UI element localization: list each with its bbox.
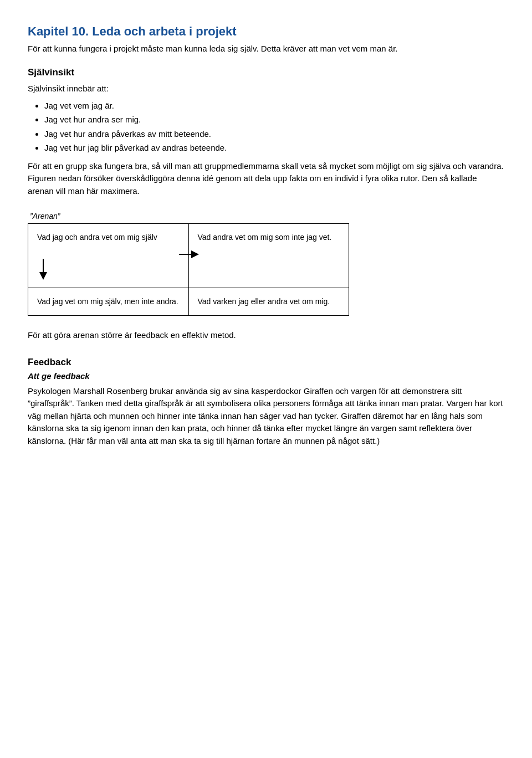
arena-top-left-text: Vad jag och andra vet om mig själv bbox=[37, 233, 157, 242]
chapter-subtitle: För att kunna fungera i projekt måste ma… bbox=[28, 43, 504, 55]
chapter-header: Kapitel 10. Leda och arbeta i projekt Fö… bbox=[28, 22, 504, 55]
arena-cell-top-right: Vad andra vet om mig som inte jag vet. bbox=[188, 224, 349, 288]
arrow-down-icon bbox=[37, 259, 49, 280]
chapter-title: Kapitel 10. Leda och arbeta i projekt bbox=[28, 22, 504, 40]
arena-cell-top-left: Vad jag och andra vet om mig själv bbox=[28, 224, 189, 288]
arena-row-top: Vad jag och andra vet om mig själv Vad a… bbox=[28, 224, 349, 288]
feedback-intro: För att göra arenan större är feedback e… bbox=[28, 329, 504, 342]
sjalvinsikt-intro: Självinsikt innebär att: bbox=[28, 83, 504, 95]
arena-bottom-right-text: Vad varken jag eller andra vet om mig. bbox=[198, 297, 330, 306]
sjalvinsikt-section: Självinsikt Självinsikt innebär att: Jag… bbox=[28, 65, 504, 198]
arena-bottom-left-text: Vad jag vet om mig själv, men inte andra… bbox=[37, 297, 178, 306]
att-ge-feedback-subheading: Att ge feedback bbox=[28, 370, 504, 383]
chapter-number: Kapitel 10. bbox=[28, 24, 89, 38]
list-item: Jag vet hur andra ser mig. bbox=[44, 114, 504, 126]
arena-diagram: ”Arenan” Vad jag och andra vet om mig sj… bbox=[28, 211, 504, 316]
sjalvinsikt-list: Jag vet vem jag är. Jag vet hur andra se… bbox=[28, 100, 504, 155]
sjalvinsikt-para1: För att en grupp ska fungera bra, så vil… bbox=[28, 160, 504, 198]
arena-top-right-text: Vad andra vet om mig som inte jag vet. bbox=[198, 233, 332, 242]
svg-marker-3 bbox=[191, 250, 199, 258]
chapter-name: Leda och arbeta i projekt bbox=[92, 24, 236, 38]
sjalvinsikt-heading: Självinsikt bbox=[28, 65, 504, 80]
feedback-heading: Feedback bbox=[28, 355, 504, 370]
list-item: Jag vet vem jag är. bbox=[44, 100, 504, 112]
arena-cell-bottom-right: Vad varken jag eller andra vet om mig. bbox=[188, 288, 349, 316]
list-item: Jag vet hur andra påverkas av mitt betee… bbox=[44, 128, 504, 141]
svg-marker-1 bbox=[39, 272, 47, 280]
arrow-right-icon bbox=[179, 248, 199, 260]
list-item: Jag vet hur jag blir påverkad av andras … bbox=[44, 142, 504, 155]
feedback-body: Psykologen Marshall Rosenberg brukar anv… bbox=[28, 385, 504, 448]
arena-cell-bottom-left: Vad jag vet om mig själv, men inte andra… bbox=[28, 288, 189, 316]
arena-table: Vad jag och andra vet om mig själv Vad a… bbox=[28, 223, 349, 316]
arena-label: ”Arenan” bbox=[28, 211, 504, 222]
arena-row-bottom: Vad jag vet om mig själv, men inte andra… bbox=[28, 288, 349, 316]
feedback-section: Feedback Att ge feedback Psykologen Mars… bbox=[28, 355, 504, 448]
